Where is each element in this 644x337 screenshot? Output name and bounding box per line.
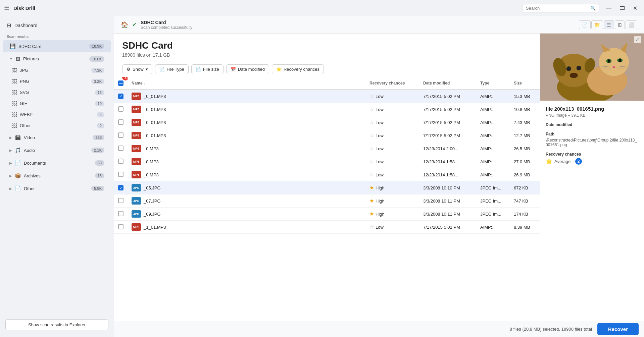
gif-label: GIF <box>20 101 92 106</box>
row-name-cell: JPG _07.JPG <box>128 194 365 208</box>
sidebar-item-audio[interactable]: ▶ 🎵 Audio 2.1K <box>3 144 111 156</box>
row-checkbox-cell[interactable] <box>114 221 128 234</box>
row-checkbox[interactable]: ✓ <box>118 185 123 190</box>
row-checkbox-cell[interactable] <box>114 142 128 155</box>
row-checkbox-cell[interactable]: ✓ <box>114 181 128 194</box>
home-icon[interactable]: 🏠 <box>121 21 128 29</box>
row-checkbox-cell[interactable] <box>114 194 128 208</box>
view-details-icon[interactable]: 📄 <box>579 20 591 29</box>
row-type-cell: AIMP:... <box>476 155 510 168</box>
archives-chevron-icon: ▶ <box>9 174 12 178</box>
header-recovery[interactable]: Recovery chances <box>365 77 419 90</box>
row-checkbox-cell[interactable] <box>114 103 128 116</box>
row-checkbox-cell[interactable] <box>114 116 128 129</box>
preview-recovery-row: ⭐ Average 2 <box>546 158 639 165</box>
header-name[interactable]: Name ↓ <box>128 77 365 90</box>
sidebar-item-svg[interactable]: 🖼 SVG 15 <box>3 87 111 98</box>
row-type-cell: AIMP:... <box>476 129 510 142</box>
date-modified-filter-button[interactable]: 📅 Date modified <box>226 64 269 74</box>
row-checkbox[interactable] <box>118 119 123 125</box>
preview-path-value: \Reconstructed\Pictures\png\Group 2\file… <box>546 138 639 147</box>
row-size-cell: 15.3 MB <box>510 90 540 103</box>
row-filename: _0_01.MP3 <box>144 133 166 138</box>
row-name-cell: JPG _09.JPG <box>128 208 365 221</box>
row-type-cell: AIMP:... <box>476 116 510 129</box>
row-checkbox[interactable] <box>118 132 123 138</box>
row-name-cell: MP3 _0_01.MP3 <box>128 129 365 142</box>
sidebar-item-documents[interactable]: ▶ 📄 Documents 80 <box>3 157 111 169</box>
recovery-text: Low <box>376 172 384 177</box>
maximize-button[interactable]: 🗖 <box>617 4 628 12</box>
header-date[interactable]: Date modified <box>419 77 476 90</box>
sidebar-item-sdhc[interactable]: 💾 SDHC Card 18.9K <box>3 40 111 52</box>
file-table-container[interactable]: 1 — Name ↓ Recovery chances Date modifie… <box>114 77 540 321</box>
sidebar-item-other[interactable]: ▶ 📄 Other 5.8K <box>3 182 111 194</box>
row-checkbox[interactable] <box>118 224 123 229</box>
recovery-chances-filter-button[interactable]: ⭐ Recovery chances <box>272 64 324 74</box>
pictures-chevron-icon: ▼ <box>9 57 13 61</box>
file-size-filter-button[interactable]: 📄 File size <box>191 64 224 74</box>
row-checkbox-cell[interactable] <box>114 129 128 142</box>
row-checkbox[interactable] <box>118 172 123 177</box>
sidebar-item-video[interactable]: ▶ 🎬 Video 383 <box>3 131 111 144</box>
row-name-cell: JPG _05.JPG <box>128 181 365 194</box>
row-recovery-cell: ★ High <box>365 208 419 221</box>
recover-button[interactable]: Recover <box>597 323 639 335</box>
view-folder-icon[interactable]: 📁 <box>591 20 603 29</box>
row-date-cell: 12/23/2014 1:58... <box>419 155 476 168</box>
select-all-checkbox[interactable]: — <box>118 80 123 86</box>
row-checkbox[interactable] <box>118 146 123 151</box>
row-checkbox-cell[interactable] <box>114 208 128 221</box>
recovery-star-icon: ☆ <box>369 132 374 138</box>
row-filename: _0_01.MP3 <box>144 120 166 125</box>
row-checkbox[interactable] <box>118 198 123 203</box>
row-name-cell: MP3 _0_01.MP3 <box>128 116 365 129</box>
recovery-text: Low <box>376 225 384 230</box>
sidebar-item-png[interactable]: 🖼 PNG 3.2K <box>3 76 111 87</box>
sidebar-item-webp[interactable]: 🖼 WEBP 4 <box>3 109 111 120</box>
row-checkbox[interactable] <box>118 211 123 216</box>
show-filter-button[interactable]: ⚙ Show ▾ <box>122 64 152 74</box>
mp3-file-icon: MP3 <box>132 132 141 139</box>
row-checkbox[interactable] <box>118 106 123 112</box>
table-row: ✓ JPG _05.JPG ★ High 3/3/2008 10:10 PM J… <box>114 181 540 194</box>
row-checkbox[interactable] <box>118 159 123 164</box>
table-row: MP3 _0.MP3 ☆ Low 12/23/2014 1:58... AIMP… <box>114 168 540 181</box>
header-size[interactable]: Size <box>510 77 540 90</box>
menu-icon[interactable]: ☰ <box>4 4 9 12</box>
search-box[interactable]: 🔍 <box>522 4 599 12</box>
view-grid-icon[interactable]: ⊞ <box>615 20 625 29</box>
file-type-filter-button[interactable]: 📄 File Type <box>155 64 189 74</box>
row-checkbox[interactable]: ✓ <box>118 94 123 99</box>
sidebar-item-pictures[interactable]: ▼ 🖼 Pictures 10.6K <box>3 53 111 65</box>
preview-recovery-star-icon: ⭐ <box>546 158 552 165</box>
sidebar-item-jpg[interactable]: 🖼 JPG 7.3K <box>3 65 111 75</box>
row-checkbox-cell[interactable] <box>114 155 128 168</box>
status-text: 8 files (20.8 MB) selected, 18900 files … <box>510 327 592 332</box>
file-type-filter-icon: 📄 <box>159 67 165 72</box>
other-count: 5.8K <box>91 186 104 191</box>
table-row: MP3 _0_01.MP3 ☆ Low 7/17/2015 5:02 PM AI… <box>114 129 540 142</box>
preview-expand-icon[interactable]: ⤢ <box>634 36 641 43</box>
row-date-cell: 12/23/2014 2:00... <box>419 142 476 155</box>
file-header: SDHC Card 18900 files on 17.1 GB <box>114 34 540 62</box>
sidebar-item-gif[interactable]: 🖼 GIF 10 <box>3 98 111 109</box>
device-name: SDHC Card <box>141 20 192 25</box>
close-button[interactable]: ✕ <box>630 4 640 13</box>
recovery-text: High <box>376 199 385 204</box>
pictures-other-count: 2 <box>97 123 104 128</box>
sidebar-item-pictures-other[interactable]: 🖼 Other 2 <box>3 120 111 131</box>
view-panel-icon[interactable]: ⬜ <box>626 20 637 29</box>
row-checkbox-cell[interactable]: ✓ <box>114 90 128 103</box>
minimize-button[interactable]: — <box>603 4 614 12</box>
show-explorer-button[interactable]: Show scan results in Explorer <box>5 319 108 330</box>
search-input[interactable] <box>526 6 588 11</box>
recovery-star-icon: ★ <box>369 198 374 204</box>
view-list-icon[interactable]: ☰ <box>604 20 614 29</box>
svg-point-7 <box>570 73 578 78</box>
sidebar-item-archives[interactable]: ▶ 📦 Archives 13 <box>3 170 111 182</box>
sidebar-item-dashboard[interactable]: ⊞ Dashboard <box>0 19 114 32</box>
png-icon: 🖼 <box>12 78 17 84</box>
header-type[interactable]: Type <box>476 77 510 90</box>
row-checkbox-cell[interactable] <box>114 168 128 181</box>
